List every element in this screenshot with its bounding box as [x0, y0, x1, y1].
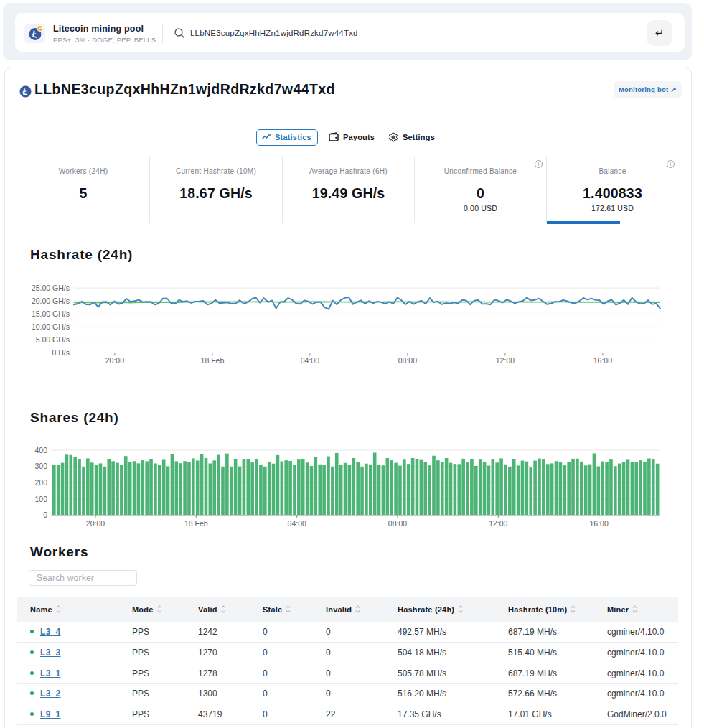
svg-text:16:00: 16:00: [593, 356, 612, 365]
svg-text:12:00: 12:00: [496, 356, 515, 365]
svg-text:0: 0: [43, 510, 47, 519]
svg-text:25.00 GH/s: 25.00 GH/s: [32, 284, 70, 292]
svg-text:0 H/s: 0 H/s: [52, 348, 70, 357]
svg-text:10.00 GH/s: 10.00 GH/s: [32, 322, 70, 331]
svg-text:15.00 GH/s: 15.00 GH/s: [32, 309, 70, 318]
svg-text:20.00 GH/s: 20.00 GH/s: [32, 297, 70, 305]
svg-text:100: 100: [34, 495, 47, 503]
svg-text:20:00: 20:00: [86, 519, 105, 528]
svg-text:04:00: 04:00: [301, 356, 319, 365]
svg-text:400: 400: [34, 446, 47, 454]
svg-text:08:00: 08:00: [388, 519, 407, 528]
svg-text:12:00: 12:00: [489, 519, 507, 528]
svg-text:08:00: 08:00: [398, 356, 417, 365]
svg-text:300: 300: [34, 462, 47, 470]
svg-text:18 Feb: 18 Feb: [184, 519, 208, 528]
svg-text:5.00 GH/s: 5.00 GH/s: [36, 335, 70, 344]
svg-text:200: 200: [34, 478, 47, 487]
svg-text:04:00: 04:00: [288, 519, 306, 528]
svg-text:18 Feb: 18 Feb: [201, 356, 225, 365]
svg-text:20:00: 20:00: [105, 356, 124, 365]
svg-text:16:00: 16:00: [589, 519, 608, 528]
